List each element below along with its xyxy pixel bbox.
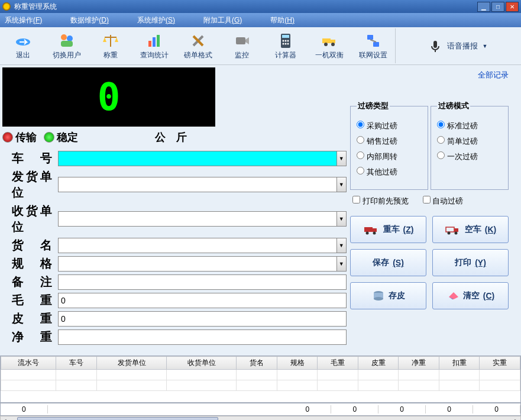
input-tare[interactable] <box>58 311 347 327</box>
radio-purchase[interactable]: 采购过磅 <box>357 121 422 131</box>
input-vehicle[interactable] <box>58 151 336 166</box>
button-empty[interactable]: 空车(K) <box>432 216 509 243</box>
svg-point-34 <box>447 232 450 235</box>
group-weigh-type: 过磅类型 采购过磅 销售过磅 内部周转 其他过磅 <box>350 101 428 190</box>
toolbar-switch-user[interactable]: 切换用户 <box>45 28 89 63</box>
title-bar: 称重管理系统 ▁ □ ✕ <box>0 0 521 13</box>
label-remark: 备注 <box>2 274 58 290</box>
close-button[interactable]: ✕ <box>506 2 519 12</box>
eraser-icon <box>446 291 459 301</box>
button-clear[interactable]: 清空(C) <box>432 282 509 309</box>
svg-point-16 <box>287 40 289 42</box>
menu-system-ops[interactable]: 系统操作(F) <box>5 15 42 25</box>
dropdown-arrow-icon[interactable]: ▼ <box>336 256 347 272</box>
col-receiver[interactable]: 收货单位 <box>167 357 237 370</box>
col-vehicle[interactable]: 车号 <box>56 357 96 370</box>
col-deduct[interactable]: 扣重 <box>439 357 479 370</box>
toolbar-query[interactable]: 查询统计 <box>132 28 176 63</box>
menu-help[interactable]: 帮助(H) <box>270 15 295 25</box>
svg-rect-29 <box>373 228 377 232</box>
input-sender[interactable] <box>58 177 336 192</box>
check-auto[interactable]: 自动过磅 <box>423 196 464 206</box>
menu-data-maint[interactable]: 数据维护(D) <box>70 15 109 25</box>
button-store-tare[interactable]: 存皮 <box>350 282 426 309</box>
col-net[interactable]: 净重 <box>399 357 439 370</box>
status-row: 传输 稳定 公斤 <box>2 127 347 148</box>
svg-point-38 <box>374 297 383 301</box>
button-save[interactable]: 保存(S) <box>350 249 426 276</box>
radio-once[interactable]: 一次过磅 <box>437 151 502 162</box>
summary-row: 000000 <box>0 403 521 416</box>
input-net[interactable] <box>58 329 347 345</box>
button-heavy[interactable]: 重车(Z) <box>350 216 426 243</box>
dropdown-arrow-icon[interactable]: ▼ <box>336 151 347 166</box>
button-print[interactable]: 打印(Y) <box>432 249 509 276</box>
input-receiver[interactable] <box>58 211 336 227</box>
toolbar-weigh[interactable]: 称重 <box>89 28 132 63</box>
chevron-down-icon: ▼ <box>483 43 488 49</box>
toolbar-template[interactable]: 磅单格式 <box>176 28 220 63</box>
input-gross[interactable] <box>58 293 347 308</box>
toolbar-network[interactable]: 联网设置 <box>351 28 395 63</box>
col-serial[interactable]: 流水号 <box>1 357 56 370</box>
radio-simple[interactable]: 简单过磅 <box>437 136 502 147</box>
col-spec[interactable]: 规格 <box>277 357 317 370</box>
label-goods: 货名 <box>2 237 58 253</box>
svg-line-26 <box>370 40 376 42</box>
menu-system-maint[interactable]: 系统维护(S) <box>137 15 175 25</box>
radio-sale[interactable]: 销售过磅 <box>357 136 422 147</box>
network-icon <box>364 31 383 50</box>
svg-point-17 <box>283 43 284 45</box>
col-tare[interactable]: 皮重 <box>358 357 398 370</box>
check-preview[interactable]: 打印前先预览 <box>352 196 409 206</box>
radio-internal[interactable]: 内部周转 <box>357 151 422 162</box>
truck-icon <box>320 31 339 50</box>
svg-rect-20 <box>322 38 331 43</box>
dropdown-arrow-icon[interactable]: ▼ <box>336 211 347 227</box>
table-row[interactable] <box>1 370 520 380</box>
svg-point-22 <box>324 43 328 46</box>
link-all-records[interactable]: 全部记录 <box>478 70 509 79</box>
svg-rect-13 <box>282 35 289 38</box>
input-spec[interactable] <box>58 256 336 272</box>
toolbar-monitor[interactable]: 监控 <box>220 28 264 63</box>
radio-standard[interactable]: 标准过磅 <box>437 121 502 131</box>
stable-indicator-icon <box>44 132 54 143</box>
dropdown-arrow-icon[interactable]: ▼ <box>336 238 347 253</box>
label-gross: 毛重 <box>2 292 58 308</box>
toolbar-calc[interactable]: 计算器 <box>264 28 308 63</box>
menu-bar: 系统操作(F) 数据维护(D) 系统维护(S) 附加工具(G) 帮助(H) <box>0 13 521 27</box>
input-goods[interactable] <box>58 238 336 253</box>
dropdown-arrow-icon[interactable]: ▼ <box>336 177 347 192</box>
horizontal-scrollbar[interactable]: ◄► <box>0 416 521 420</box>
menu-tools[interactable]: 附加工具(G) <box>203 15 242 25</box>
form: 车号▼ 发货单位▼ 收货单位▼ 货名▼ 规格▼ 备注 毛重 皮重 净重 <box>2 150 347 345</box>
svg-point-15 <box>285 40 287 42</box>
svg-point-2 <box>67 35 73 41</box>
svg-point-30 <box>365 232 368 235</box>
radio-other[interactable]: 其他过磅 <box>357 167 422 177</box>
toolbar-exit[interactable]: 退出 <box>1 28 45 63</box>
chart-icon <box>145 31 164 50</box>
group-weigh-mode: 过磅模式 标准过磅 简单过磅 一次过磅 <box>431 101 509 190</box>
svg-rect-28 <box>364 227 373 232</box>
svg-rect-27 <box>433 41 437 48</box>
minimize-button[interactable]: ▁ <box>477 2 490 12</box>
svg-point-1 <box>61 34 67 40</box>
col-goods[interactable]: 货名 <box>237 357 277 370</box>
records-table[interactable]: 流水号 车号 发货单位 收货单位 货名 规格 毛重 皮重 净重 扣重 实重 <box>0 356 521 403</box>
col-gross[interactable]: 毛重 <box>318 357 358 370</box>
svg-rect-3 <box>61 41 73 47</box>
svg-rect-7 <box>153 37 156 47</box>
svg-point-14 <box>283 40 284 42</box>
col-sender[interactable]: 发货单位 <box>96 357 166 370</box>
window-title: 称重管理系统 <box>14 2 477 12</box>
toolbar-dual-scale[interactable]: 一机双衡 <box>308 28 351 63</box>
weight-value: 0 <box>98 75 121 119</box>
input-remark[interactable] <box>58 274 347 290</box>
truck-red-icon <box>363 224 380 235</box>
table-row[interactable] <box>1 380 520 391</box>
toolbar-voice[interactable]: 语音播报 ▼ <box>395 28 520 63</box>
maximize-button[interactable]: □ <box>491 2 504 12</box>
col-actual[interactable]: 实重 <box>480 357 520 370</box>
